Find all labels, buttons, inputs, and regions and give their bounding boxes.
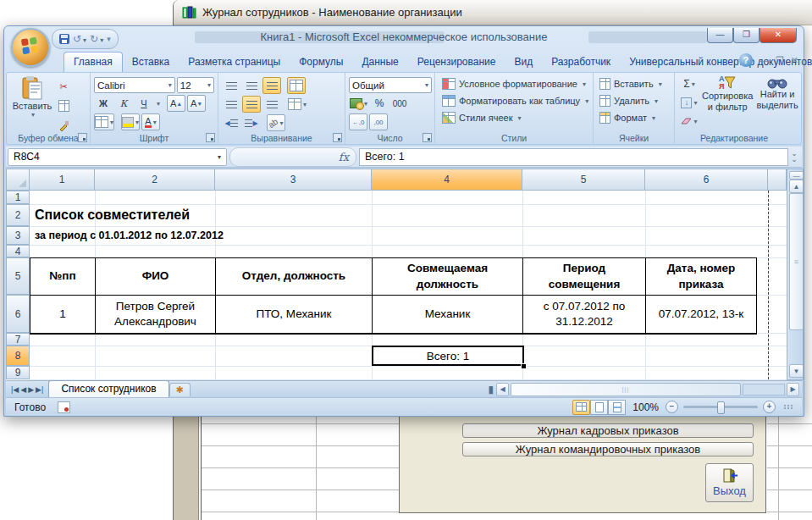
paste-button[interactable]: Вставить ▾ (10, 75, 54, 134)
font-size-combo[interactable]: 12 ▾ (177, 77, 214, 93)
copy-button[interactable] (54, 97, 73, 114)
v-split-box[interactable]: — (789, 171, 804, 180)
first-sheet-button[interactable]: |◀ (11, 385, 19, 394)
fill-button[interactable]: ↓▾ (680, 94, 699, 111)
col-header-7[interactable] (768, 169, 787, 191)
table-cell-dept[interactable]: ПТО, Механик (216, 296, 373, 334)
row-header-8-selected[interactable]: 8 (6, 346, 30, 366)
align-bottom-button[interactable] (262, 77, 281, 94)
col-header-2[interactable]: 2 (95, 169, 215, 191)
align-right-button[interactable] (262, 96, 281, 113)
next-sheet-button[interactable]: ▶ (28, 385, 34, 394)
tab-razmetka[interactable]: Разметка страницы (179, 53, 290, 72)
tab-formuly[interactable]: Формулы (290, 53, 352, 72)
exit-button[interactable]: Выход (705, 463, 754, 502)
v-scroll-thumb[interactable] (789, 193, 804, 330)
h-scroll-track[interactable] (743, 384, 785, 396)
minimize-button[interactable]: — (707, 28, 733, 43)
align-top-button[interactable] (222, 77, 240, 94)
format-painter-button[interactable] (54, 117, 73, 134)
sheet-tab-spisok[interactable]: Список сотрудников (48, 380, 168, 398)
formula-input[interactable]: Всего: 1 (359, 148, 788, 166)
workbook-close-icon[interactable]: ✕ (791, 55, 798, 66)
resize-grip[interactable] (784, 405, 793, 409)
report-subtitle[interactable]: за период с 01.01.2012 по 12.07.2012 (35, 230, 224, 241)
help-icon[interactable]: ? (739, 53, 753, 67)
clipboard-dialog-launcher[interactable] (78, 133, 87, 142)
sort-filter-button[interactable]: А Я Сортировка и фильтр (702, 75, 753, 130)
row-header-1[interactable]: 1 (6, 191, 30, 204)
increase-indent-button[interactable]: ▶ (242, 114, 261, 131)
col-header-6[interactable]: 6 (645, 169, 768, 191)
travel-orders-button[interactable]: Журнал командировочных приказов (462, 442, 754, 456)
fill-color-button[interactable]: ▾ (121, 113, 140, 130)
col-header-4-selected[interactable]: 4 (372, 169, 522, 191)
clear-button[interactable]: ▾ (680, 113, 699, 130)
page-break-view-button[interactable] (608, 400, 626, 415)
cut-button[interactable]: ✂ (54, 78, 73, 95)
workbook-restore-icon[interactable]: ❐ (776, 55, 784, 66)
format-as-table-button[interactable]: Форматировать как таблицу▾ (442, 92, 589, 109)
table-cell-fio[interactable]: Петров Сергей Александрович (96, 296, 216, 334)
autosum-button[interactable]: Σ▾ (680, 75, 699, 92)
tab-vstavka[interactable]: Вставка (123, 53, 180, 72)
underline-dropdown-icon[interactable]: ▾ (157, 100, 160, 108)
expand-formula-bar-button[interactable]: ⌄⌄ (788, 151, 800, 163)
align-center-button[interactable] (242, 96, 261, 113)
row-header-7[interactable]: 7 (6, 333, 30, 346)
select-all-corner[interactable] (6, 169, 30, 191)
workbook-minimize-icon[interactable]: — (760, 55, 769, 65)
wrap-text-button[interactable]: ab▾ (267, 114, 285, 131)
page-layout-view-button[interactable] (590, 400, 608, 415)
tab-split-handle[interactable]: ▮ (488, 384, 494, 396)
percent-style-button[interactable]: % (370, 95, 389, 112)
accounting-format-button[interactable]: ▾ (349, 95, 368, 112)
row-header-5[interactable]: 5 (6, 257, 30, 295)
scroll-down-button[interactable]: ▼ (789, 364, 804, 378)
tab-recenzirovanie[interactable]: Рецензирование (408, 53, 505, 72)
zoom-slider-thumb[interactable] (717, 401, 725, 414)
macro-record-icon[interactable] (58, 401, 70, 413)
personnel-orders-button[interactable]: Журнал кадровых приказов (462, 423, 754, 438)
number-dialog-launcher[interactable] (423, 133, 432, 142)
font-name-combo[interactable]: Calibri ▾ (94, 77, 175, 93)
col-header-5[interactable]: 5 (522, 169, 645, 191)
orientation-button[interactable] (287, 77, 306, 94)
tab-razrabotchik[interactable]: Разработчик (542, 53, 620, 72)
fill-handle[interactable] (521, 363, 527, 369)
bold-button[interactable]: Ж (94, 95, 113, 112)
fx-icon[interactable]: fx (339, 151, 349, 163)
scroll-up-button[interactable]: ▲ (789, 180, 804, 193)
borders-button[interactable]: ▾ (94, 113, 114, 130)
italic-button[interactable]: К (114, 95, 133, 112)
zoom-slider[interactable] (683, 406, 758, 408)
tab-glavnaya[interactable]: Главная (64, 52, 123, 72)
shrink-font-button[interactable]: A▼ (187, 95, 206, 112)
table-cell-order[interactable]: 07.07.2012, 13-к (646, 296, 756, 334)
comma-style-button[interactable]: 000 (390, 95, 409, 112)
table-cell-position[interactable]: Механик (373, 296, 523, 334)
underline-button[interactable]: Ч (135, 95, 153, 112)
tab-dannye[interactable]: Данные (352, 53, 407, 72)
paste-dropdown-arrow[interactable]: ▾ (31, 111, 35, 119)
zoom-level-text[interactable]: 100% (632, 401, 659, 413)
conditional-formatting-button[interactable]: Условное форматирование▾ (442, 75, 589, 92)
find-select-button[interactable]: Найти и выделить (756, 75, 798, 130)
decrease-decimal-button[interactable]: ,00 (369, 113, 388, 130)
excel-titlebar[interactable]: Книга1 - Microsoft Excel некоммерческое … (4, 26, 804, 50)
report-title[interactable]: Список совместителей (35, 207, 190, 223)
font-color-button[interactable]: А▾ (141, 113, 160, 130)
undo-button[interactable]: ↺▾ (73, 33, 86, 45)
report-table[interactable]: №пп ФИО Отдел, должность Совмещаемая дол… (30, 257, 757, 335)
h-scroll-right-button[interactable]: ▶ (787, 383, 799, 396)
font-dialog-launcher[interactable] (206, 133, 215, 142)
row-header-4[interactable]: 4 (6, 245, 30, 257)
table-cell-period[interactable]: с 07.07.2012 по 31.12.2012 (523, 296, 646, 334)
decrease-indent-button[interactable]: ◀ (222, 114, 240, 131)
h-scroll-thumb[interactable] (511, 383, 741, 396)
row-header-6[interactable]: 6 (6, 295, 30, 333)
selected-total-cell[interactable]: Всего: 1 (372, 346, 524, 366)
number-format-combo[interactable]: Общий ▾ (349, 77, 432, 93)
h-scroll-left-button[interactable]: ◀ (496, 383, 509, 396)
restore-button[interactable]: ❐ (733, 28, 760, 43)
